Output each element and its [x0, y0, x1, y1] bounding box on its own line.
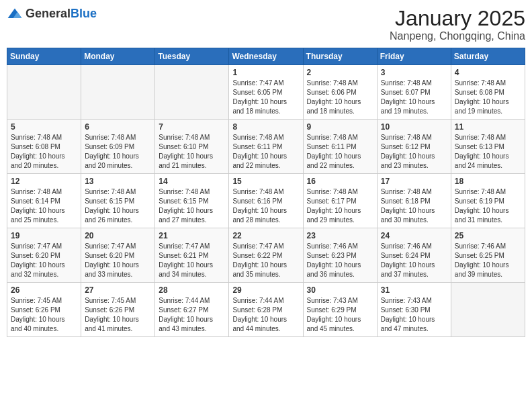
- day-number: 24: [381, 231, 447, 240]
- day-info: Sunrise: 7:48 AM Sunset: 6:15 PM Dayligh…: [159, 187, 225, 225]
- day-info: Sunrise: 7:43 AM Sunset: 6:29 PM Dayligh…: [307, 296, 373, 334]
- calendar-header-row: SundayMondayTuesdayWednesdayThursdayFrid…: [7, 48, 525, 65]
- day-number: 8: [232, 122, 299, 132]
- calendar-day-27: 27Sunrise: 7:45 AM Sunset: 6:26 PM Dayli…: [81, 283, 155, 337]
- calendar-day-1: 1Sunrise: 7:47 AM Sunset: 6:05 PM Daylig…: [229, 65, 303, 120]
- day-info: Sunrise: 7:48 AM Sunset: 6:13 PM Dayligh…: [455, 133, 521, 171]
- day-number: 23: [307, 231, 373, 240]
- day-number: 25: [455, 231, 521, 240]
- calendar-table: SundayMondayTuesdayWednesdayThursdayFrid…: [7, 48, 525, 337]
- day-info: Sunrise: 7:45 AM Sunset: 6:26 PM Dayligh…: [11, 296, 77, 334]
- calendar-day-28: 28Sunrise: 7:44 AM Sunset: 6:27 PM Dayli…: [155, 283, 229, 337]
- calendar-day-30: 30Sunrise: 7:43 AM Sunset: 6:29 PM Dayli…: [303, 283, 377, 337]
- calendar-day-empty: [81, 65, 155, 120]
- day-number: 29: [232, 285, 299, 295]
- calendar-day-12: 12Sunrise: 7:48 AM Sunset: 6:14 PM Dayli…: [7, 174, 81, 228]
- calendar-day-10: 10Sunrise: 7:48 AM Sunset: 6:12 PM Dayli…: [377, 120, 451, 174]
- day-info: Sunrise: 7:48 AM Sunset: 6:10 PM Dayligh…: [159, 133, 225, 171]
- day-number: 14: [159, 177, 225, 186]
- day-info: Sunrise: 7:47 AM Sunset: 6:22 PM Dayligh…: [232, 242, 299, 279]
- day-info: Sunrise: 7:48 AM Sunset: 6:18 PM Dayligh…: [381, 187, 447, 225]
- page-header: GeneralBlue January 2025 Nanpeng, Chongq…: [7, 7, 525, 42]
- calendar-day-16: 16Sunrise: 7:48 AM Sunset: 6:17 PM Dayli…: [303, 174, 377, 228]
- calendar-day-21: 21Sunrise: 7:47 AM Sunset: 6:21 PM Dayli…: [155, 228, 229, 283]
- day-info: Sunrise: 7:48 AM Sunset: 6:08 PM Dayligh…: [455, 79, 521, 116]
- calendar-day-6: 6Sunrise: 7:48 AM Sunset: 6:09 PM Daylig…: [81, 120, 155, 174]
- header-friday: Friday: [377, 48, 451, 65]
- day-number: 9: [307, 122, 373, 132]
- day-info: Sunrise: 7:48 AM Sunset: 6:11 PM Dayligh…: [232, 133, 299, 171]
- day-info: Sunrise: 7:46 AM Sunset: 6:25 PM Dayligh…: [455, 242, 521, 279]
- day-info: Sunrise: 7:48 AM Sunset: 6:15 PM Dayligh…: [85, 187, 151, 225]
- calendar-week-row: 26Sunrise: 7:45 AM Sunset: 6:26 PM Dayli…: [7, 283, 525, 337]
- calendar-day-22: 22Sunrise: 7:47 AM Sunset: 6:22 PM Dayli…: [229, 228, 303, 283]
- calendar-day-24: 24Sunrise: 7:46 AM Sunset: 6:24 PM Dayli…: [377, 228, 451, 283]
- calendar-day-empty: [155, 65, 229, 120]
- logo: GeneralBlue: [7, 7, 97, 21]
- calendar-day-19: 19Sunrise: 7:47 AM Sunset: 6:20 PM Dayli…: [7, 228, 81, 283]
- header-monday: Monday: [81, 48, 155, 65]
- day-info: Sunrise: 7:47 AM Sunset: 6:20 PM Dayligh…: [11, 242, 77, 279]
- calendar-day-17: 17Sunrise: 7:48 AM Sunset: 6:18 PM Dayli…: [377, 174, 451, 228]
- day-info: Sunrise: 7:48 AM Sunset: 6:14 PM Dayligh…: [11, 187, 77, 225]
- day-number: 1: [232, 68, 299, 77]
- day-info: Sunrise: 7:45 AM Sunset: 6:26 PM Dayligh…: [85, 296, 151, 334]
- title-block: January 2025 Nanpeng, Chongqing, China: [390, 7, 525, 42]
- day-info: Sunrise: 7:47 AM Sunset: 6:20 PM Dayligh…: [85, 242, 151, 279]
- day-info: Sunrise: 7:46 AM Sunset: 6:23 PM Dayligh…: [307, 242, 373, 279]
- calendar-week-row: 19Sunrise: 7:47 AM Sunset: 6:20 PM Dayli…: [7, 228, 525, 283]
- day-info: Sunrise: 7:48 AM Sunset: 6:09 PM Dayligh…: [85, 133, 151, 171]
- day-number: 12: [11, 177, 77, 186]
- calendar-day-18: 18Sunrise: 7:48 AM Sunset: 6:19 PM Dayli…: [451, 174, 525, 228]
- day-number: 18: [455, 177, 521, 186]
- day-info: Sunrise: 7:46 AM Sunset: 6:24 PM Dayligh…: [381, 242, 447, 279]
- header-sunday: Sunday: [7, 48, 81, 65]
- calendar-day-11: 11Sunrise: 7:48 AM Sunset: 6:13 PM Dayli…: [451, 120, 525, 174]
- location: Nanpeng, Chongqing, China: [390, 30, 525, 42]
- day-number: 26: [11, 285, 77, 295]
- calendar-day-31: 31Sunrise: 7:43 AM Sunset: 6:30 PM Dayli…: [377, 283, 451, 337]
- calendar-day-23: 23Sunrise: 7:46 AM Sunset: 6:23 PM Dayli…: [303, 228, 377, 283]
- calendar-day-15: 15Sunrise: 7:48 AM Sunset: 6:16 PM Dayli…: [229, 174, 303, 228]
- day-info: Sunrise: 7:44 AM Sunset: 6:27 PM Dayligh…: [159, 296, 225, 334]
- calendar-day-9: 9Sunrise: 7:48 AM Sunset: 6:11 PM Daylig…: [303, 120, 377, 174]
- day-number: 10: [381, 122, 447, 132]
- day-number: 6: [85, 122, 151, 132]
- day-number: 27: [85, 285, 151, 295]
- day-info: Sunrise: 7:47 AM Sunset: 6:05 PM Dayligh…: [232, 79, 299, 116]
- calendar-day-25: 25Sunrise: 7:46 AM Sunset: 6:25 PM Dayli…: [451, 228, 525, 283]
- calendar-day-3: 3Sunrise: 7:48 AM Sunset: 6:07 PM Daylig…: [377, 65, 451, 120]
- calendar-day-13: 13Sunrise: 7:48 AM Sunset: 6:15 PM Dayli…: [81, 174, 155, 228]
- day-info: Sunrise: 7:48 AM Sunset: 6:11 PM Dayligh…: [307, 133, 373, 171]
- header-tuesday: Tuesday: [155, 48, 229, 65]
- calendar-week-row: 12Sunrise: 7:48 AM Sunset: 6:14 PM Dayli…: [7, 174, 525, 228]
- day-number: 17: [381, 177, 447, 186]
- calendar-day-empty: [451, 283, 525, 337]
- day-info: Sunrise: 7:48 AM Sunset: 6:12 PM Dayligh…: [381, 133, 447, 171]
- day-number: 4: [455, 68, 521, 77]
- day-number: 19: [11, 231, 77, 240]
- day-info: Sunrise: 7:48 AM Sunset: 6:16 PM Dayligh…: [232, 187, 299, 225]
- day-number: 13: [85, 177, 151, 186]
- day-number: 7: [159, 122, 225, 132]
- calendar-day-20: 20Sunrise: 7:47 AM Sunset: 6:20 PM Dayli…: [81, 228, 155, 283]
- calendar-day-4: 4Sunrise: 7:48 AM Sunset: 6:08 PM Daylig…: [451, 65, 525, 120]
- day-info: Sunrise: 7:48 AM Sunset: 6:17 PM Dayligh…: [307, 187, 373, 225]
- day-number: 2: [307, 68, 373, 77]
- header-wednesday: Wednesday: [229, 48, 303, 65]
- calendar-day-2: 2Sunrise: 7:48 AM Sunset: 6:06 PM Daylig…: [303, 65, 377, 120]
- calendar-day-29: 29Sunrise: 7:44 AM Sunset: 6:28 PM Dayli…: [229, 283, 303, 337]
- day-number: 20: [85, 231, 151, 240]
- day-number: 22: [232, 231, 299, 240]
- day-info: Sunrise: 7:48 AM Sunset: 6:08 PM Dayligh…: [11, 133, 77, 171]
- day-number: 31: [381, 285, 447, 295]
- day-number: 5: [11, 122, 77, 132]
- calendar-day-7: 7Sunrise: 7:48 AM Sunset: 6:10 PM Daylig…: [155, 120, 229, 174]
- day-number: 30: [307, 285, 373, 295]
- header-thursday: Thursday: [303, 48, 377, 65]
- calendar-day-8: 8Sunrise: 7:48 AM Sunset: 6:11 PM Daylig…: [229, 120, 303, 174]
- calendar-day-5: 5Sunrise: 7:48 AM Sunset: 6:08 PM Daylig…: [7, 120, 81, 174]
- calendar-day-14: 14Sunrise: 7:48 AM Sunset: 6:15 PM Dayli…: [155, 174, 229, 228]
- day-number: 16: [307, 177, 373, 186]
- day-number: 21: [159, 231, 225, 240]
